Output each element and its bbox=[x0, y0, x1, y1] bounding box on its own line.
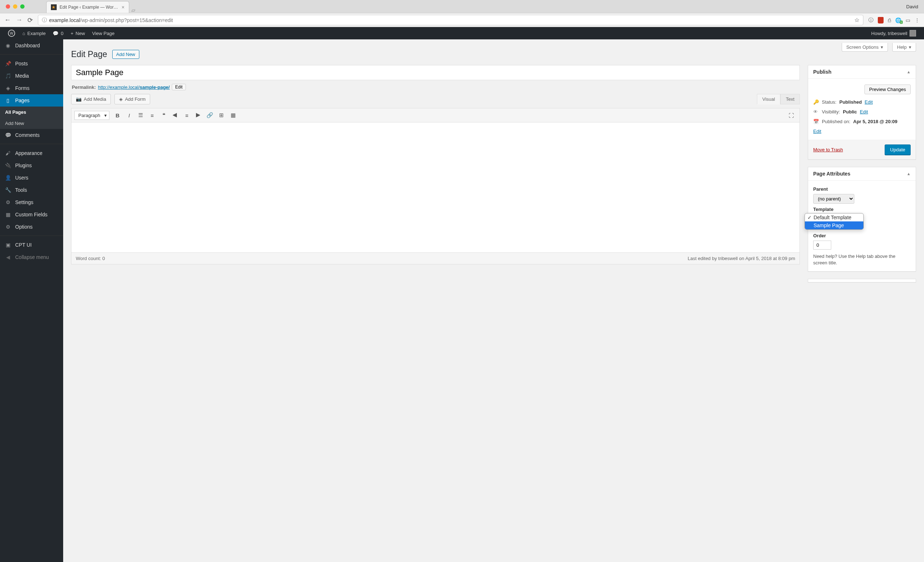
form-icon: ◈ bbox=[119, 96, 123, 102]
edit-date-link[interactable]: Edit bbox=[813, 129, 821, 134]
align-right-button[interactable]: ⯈ bbox=[193, 110, 204, 121]
page-icon: ▯ bbox=[4, 98, 12, 103]
number-list-button[interactable]: ≡ bbox=[147, 110, 158, 121]
back-button[interactable]: ← bbox=[4, 16, 11, 24]
sidebar-subitem-all-pages[interactable]: All Pages bbox=[0, 107, 63, 118]
quote-button[interactable]: ❝ bbox=[159, 110, 169, 121]
more-button[interactable]: ⊞ bbox=[216, 110, 227, 121]
preview-button[interactable]: Preview Changes bbox=[864, 84, 910, 94]
browser-tab[interactable]: ★ Edit Page ‹ Example — WordP × bbox=[46, 1, 129, 13]
user-menu[interactable]: Howdy, tribeswell bbox=[868, 30, 920, 36]
move-to-trash-link[interactable]: Move to Trash bbox=[813, 147, 843, 152]
info-icon[interactable]: ⓘ bbox=[868, 17, 873, 24]
sidebar-item-collapse[interactable]: ◀Collapse menu bbox=[0, 251, 63, 263]
order-input[interactable] bbox=[813, 240, 831, 249]
content-area: Screen Options▾ Help▾ Edit Page Add New … bbox=[63, 39, 924, 562]
view-page-link[interactable]: View Page bbox=[88, 27, 118, 39]
sidebar-item-appearance[interactable]: 🖌Appearance bbox=[0, 147, 63, 159]
plugin-icon: 🔌 bbox=[4, 162, 12, 168]
editor-toolbar: Paragraph ▾ B I ☰ ≡ ❝ ⯇ ≡ ⯈ 🔗 ⊞ ▦ ⛶ bbox=[72, 108, 800, 122]
bullet-list-button[interactable]: ☰ bbox=[135, 110, 146, 121]
sidebar-item-posts[interactable]: 📌Posts bbox=[0, 57, 63, 70]
permalink-edit-button[interactable]: Edit bbox=[172, 84, 186, 90]
toolbar-toggle-button[interactable]: ▦ bbox=[228, 110, 238, 121]
toggle-icon[interactable]: ▲ bbox=[907, 171, 910, 176]
bold-button[interactable]: B bbox=[112, 110, 123, 121]
sidebar-item-comments[interactable]: 💬Comments bbox=[0, 129, 63, 141]
home-icon: ⌂ bbox=[22, 31, 25, 36]
maximize-window-button[interactable] bbox=[20, 5, 24, 9]
sidebar-item-plugins[interactable]: 🔌Plugins bbox=[0, 159, 63, 171]
sidebar-item-users[interactable]: 👤Users bbox=[0, 171, 63, 184]
sidebar-item-pages[interactable]: ▯Pages bbox=[0, 94, 63, 107]
wp-admin-bar: W ⌂Example 💬0 +New View Page Howdy, trib… bbox=[0, 27, 924, 39]
favicon: ★ bbox=[51, 5, 57, 10]
sidebar-item-dashboard[interactable]: ◉Dashboard bbox=[0, 39, 63, 52]
word-count: Word count: 0 bbox=[76, 256, 105, 261]
media-icon: 🎵 bbox=[4, 73, 12, 79]
sidebar-item-custom-fields[interactable]: ▦Custom Fields bbox=[0, 208, 63, 221]
user-icon: 👤 bbox=[4, 175, 12, 180]
sidebar-item-forms[interactable]: ◈Forms bbox=[0, 82, 63, 94]
visual-tab[interactable]: Visual bbox=[757, 94, 780, 104]
permalink-link[interactable]: http://example.local/sample-page/ bbox=[98, 84, 170, 90]
align-left-button[interactable]: ⯇ bbox=[170, 110, 181, 121]
help-tab[interactable]: Help▾ bbox=[892, 43, 916, 52]
forward-button[interactable]: → bbox=[16, 16, 22, 24]
edit-visibility-link[interactable]: Edit bbox=[860, 109, 868, 114]
screen-options-tab[interactable]: Screen Options▾ bbox=[842, 43, 888, 52]
comment-icon: 💬 bbox=[4, 132, 12, 138]
add-media-button[interactable]: 📷Add Media bbox=[71, 94, 111, 104]
comments-menu[interactable]: 💬0 bbox=[49, 27, 67, 39]
close-window-button[interactable] bbox=[6, 5, 10, 9]
ublock-icon[interactable] bbox=[878, 17, 884, 24]
tab-close-icon[interactable]: × bbox=[122, 5, 124, 10]
wp-logo-menu[interactable]: W bbox=[4, 27, 19, 39]
link-button[interactable]: 🔗 bbox=[205, 110, 216, 121]
sidebar-item-options[interactable]: ⚙Options bbox=[0, 221, 63, 233]
format-select[interactable]: Paragraph ▾ bbox=[74, 111, 110, 120]
edit-status-link[interactable]: Edit bbox=[865, 99, 873, 105]
sidebar-subitem-add-new[interactable]: Add New bbox=[0, 118, 63, 129]
site-info-icon[interactable]: ⓘ bbox=[42, 17, 47, 24]
sidebar-item-tools[interactable]: 🔧Tools bbox=[0, 184, 63, 196]
plus-icon: + bbox=[71, 31, 74, 36]
template-option-sample[interactable]: Sample Page bbox=[805, 221, 863, 229]
align-center-button[interactable]: ≡ bbox=[182, 110, 192, 121]
site-name-menu[interactable]: ⌂Example bbox=[19, 27, 49, 39]
collapse-icon: ◀ bbox=[4, 254, 12, 260]
sidebar-item-media[interactable]: 🎵Media bbox=[0, 70, 63, 82]
italic-button[interactable]: I bbox=[124, 110, 135, 121]
reload-button[interactable]: ⟳ bbox=[27, 16, 33, 24]
template-option-default[interactable]: Default Template bbox=[805, 213, 863, 221]
sidebar-item-settings[interactable]: ⚙Settings bbox=[0, 196, 63, 208]
template-label: Template bbox=[813, 207, 910, 212]
dashboard-icon: ◉ bbox=[4, 43, 12, 48]
forms-icon: ◈ bbox=[4, 85, 12, 91]
address-bar[interactable]: ⓘ example.local/wp-admin/post.php?post=1… bbox=[38, 15, 863, 25]
add-new-button[interactable]: Add New bbox=[112, 50, 140, 59]
publish-heading: Publish bbox=[813, 69, 832, 75]
browser-profile[interactable]: David bbox=[906, 4, 921, 9]
new-tab-button[interactable]: ▱ bbox=[131, 7, 135, 13]
tab-title: Edit Page ‹ Example — WordP bbox=[60, 5, 119, 10]
parent-select[interactable]: (no parent) bbox=[813, 194, 854, 204]
sidebar-item-cptui[interactable]: ▣CPT UI bbox=[0, 239, 63, 251]
menu-icon[interactable]: ⋮ bbox=[915, 17, 920, 23]
fullscreen-button[interactable]: ⛶ bbox=[786, 110, 796, 121]
update-button[interactable]: Update bbox=[885, 144, 910, 155]
parent-label: Parent bbox=[813, 186, 910, 192]
cast-icon[interactable]: ⎙ bbox=[888, 17, 891, 23]
browser-chrome: ★ Edit Page ‹ Example — WordP × ▱ David … bbox=[0, 0, 924, 27]
new-content-menu[interactable]: +New bbox=[67, 27, 89, 39]
text-tab[interactable]: Text bbox=[780, 94, 800, 104]
order-label: Order bbox=[813, 233, 910, 238]
extension-icon[interactable]: ▭ bbox=[906, 17, 910, 23]
post-title-input[interactable] bbox=[71, 65, 800, 80]
extension-badge-icon[interactable]: 🌐1 bbox=[895, 17, 901, 23]
editor-content[interactable] bbox=[72, 122, 800, 252]
bookmark-star-icon[interactable]: ☆ bbox=[854, 17, 860, 24]
toggle-icon[interactable]: ▲ bbox=[907, 70, 910, 74]
add-form-button[interactable]: ◈Add Form bbox=[114, 94, 150, 104]
minimize-window-button[interactable] bbox=[13, 5, 17, 9]
